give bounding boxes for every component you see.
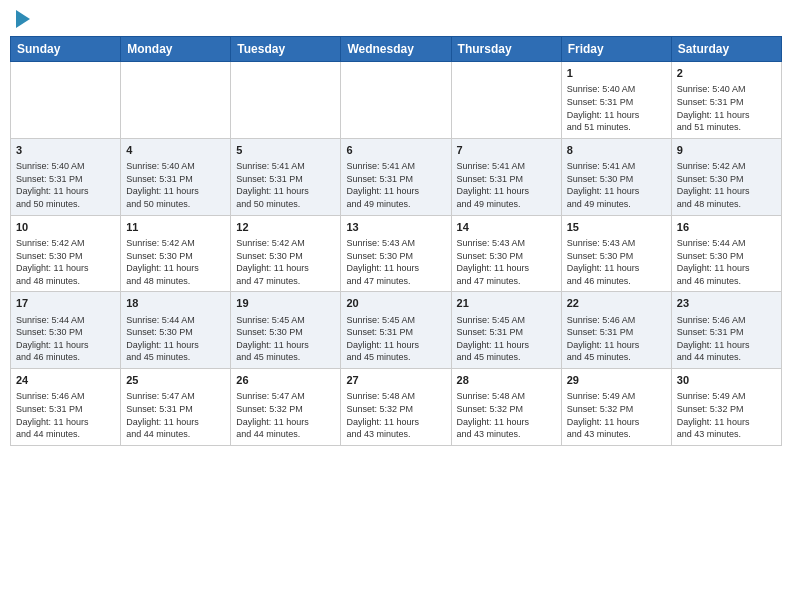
calendar-header-row: SundayMondayTuesdayWednesdayThursdayFrid…: [11, 37, 782, 62]
day-info: Sunrise: 5:41 AM Sunset: 5:31 PM Dayligh…: [457, 160, 556, 210]
calendar-day-header: Sunday: [11, 37, 121, 62]
day-info: Sunrise: 5:40 AM Sunset: 5:31 PM Dayligh…: [567, 83, 666, 133]
day-info: Sunrise: 5:43 AM Sunset: 5:30 PM Dayligh…: [567, 237, 666, 287]
day-info: Sunrise: 5:47 AM Sunset: 5:31 PM Dayligh…: [126, 390, 225, 440]
day-info: Sunrise: 5:41 AM Sunset: 5:31 PM Dayligh…: [236, 160, 335, 210]
calendar-day-header: Wednesday: [341, 37, 451, 62]
calendar-day-cell: 17Sunrise: 5:44 AM Sunset: 5:30 PM Dayli…: [11, 292, 121, 369]
day-info: Sunrise: 5:40 AM Sunset: 5:31 PM Dayligh…: [16, 160, 115, 210]
day-number: 8: [567, 143, 666, 158]
calendar-week-row: 10Sunrise: 5:42 AM Sunset: 5:30 PM Dayli…: [11, 215, 782, 292]
day-number: 6: [346, 143, 445, 158]
calendar-day-cell: 2Sunrise: 5:40 AM Sunset: 5:31 PM Daylig…: [671, 62, 781, 139]
day-info: Sunrise: 5:43 AM Sunset: 5:30 PM Dayligh…: [346, 237, 445, 287]
day-info: Sunrise: 5:49 AM Sunset: 5:32 PM Dayligh…: [567, 390, 666, 440]
day-number: 19: [236, 296, 335, 311]
day-number: 11: [126, 220, 225, 235]
day-number: 13: [346, 220, 445, 235]
day-info: Sunrise: 5:45 AM Sunset: 5:30 PM Dayligh…: [236, 314, 335, 364]
calendar-day-cell: 7Sunrise: 5:41 AM Sunset: 5:31 PM Daylig…: [451, 138, 561, 215]
calendar-week-row: 17Sunrise: 5:44 AM Sunset: 5:30 PM Dayli…: [11, 292, 782, 369]
day-number: 21: [457, 296, 556, 311]
day-number: 25: [126, 373, 225, 388]
day-info: Sunrise: 5:48 AM Sunset: 5:32 PM Dayligh…: [346, 390, 445, 440]
day-number: 14: [457, 220, 556, 235]
logo-arrow-icon: [16, 10, 30, 28]
day-number: 15: [567, 220, 666, 235]
day-number: 16: [677, 220, 776, 235]
calendar-day-cell: 4Sunrise: 5:40 AM Sunset: 5:31 PM Daylig…: [121, 138, 231, 215]
calendar-day-cell: 20Sunrise: 5:45 AM Sunset: 5:31 PM Dayli…: [341, 292, 451, 369]
calendar-week-row: 1Sunrise: 5:40 AM Sunset: 5:31 PM Daylig…: [11, 62, 782, 139]
calendar-day-cell: 21Sunrise: 5:45 AM Sunset: 5:31 PM Dayli…: [451, 292, 561, 369]
calendar-day-header: Tuesday: [231, 37, 341, 62]
calendar-day-cell: 13Sunrise: 5:43 AM Sunset: 5:30 PM Dayli…: [341, 215, 451, 292]
day-number: 28: [457, 373, 556, 388]
calendar-day-cell: [451, 62, 561, 139]
day-info: Sunrise: 5:45 AM Sunset: 5:31 PM Dayligh…: [457, 314, 556, 364]
day-info: Sunrise: 5:40 AM Sunset: 5:31 PM Dayligh…: [126, 160, 225, 210]
day-number: 5: [236, 143, 335, 158]
day-number: 27: [346, 373, 445, 388]
calendar-day-cell: 3Sunrise: 5:40 AM Sunset: 5:31 PM Daylig…: [11, 138, 121, 215]
calendar-day-header: Friday: [561, 37, 671, 62]
day-number: 1: [567, 66, 666, 81]
calendar-day-cell: 27Sunrise: 5:48 AM Sunset: 5:32 PM Dayli…: [341, 369, 451, 446]
day-info: Sunrise: 5:42 AM Sunset: 5:30 PM Dayligh…: [236, 237, 335, 287]
calendar-day-cell: [341, 62, 451, 139]
calendar-day-header: Monday: [121, 37, 231, 62]
day-info: Sunrise: 5:44 AM Sunset: 5:30 PM Dayligh…: [126, 314, 225, 364]
calendar-table: SundayMondayTuesdayWednesdayThursdayFrid…: [10, 36, 782, 446]
day-info: Sunrise: 5:40 AM Sunset: 5:31 PM Dayligh…: [677, 83, 776, 133]
calendar-day-cell: 1Sunrise: 5:40 AM Sunset: 5:31 PM Daylig…: [561, 62, 671, 139]
day-info: Sunrise: 5:42 AM Sunset: 5:30 PM Dayligh…: [16, 237, 115, 287]
day-number: 26: [236, 373, 335, 388]
day-info: Sunrise: 5:45 AM Sunset: 5:31 PM Dayligh…: [346, 314, 445, 364]
day-info: Sunrise: 5:42 AM Sunset: 5:30 PM Dayligh…: [126, 237, 225, 287]
day-info: Sunrise: 5:42 AM Sunset: 5:30 PM Dayligh…: [677, 160, 776, 210]
day-info: Sunrise: 5:46 AM Sunset: 5:31 PM Dayligh…: [677, 314, 776, 364]
calendar-day-cell: 22Sunrise: 5:46 AM Sunset: 5:31 PM Dayli…: [561, 292, 671, 369]
day-number: 7: [457, 143, 556, 158]
calendar-day-cell: 11Sunrise: 5:42 AM Sunset: 5:30 PM Dayli…: [121, 215, 231, 292]
calendar-day-cell: 5Sunrise: 5:41 AM Sunset: 5:31 PM Daylig…: [231, 138, 341, 215]
calendar-day-header: Thursday: [451, 37, 561, 62]
day-number: 30: [677, 373, 776, 388]
day-info: Sunrise: 5:48 AM Sunset: 5:32 PM Dayligh…: [457, 390, 556, 440]
calendar-day-cell: 18Sunrise: 5:44 AM Sunset: 5:30 PM Dayli…: [121, 292, 231, 369]
calendar-day-cell: [231, 62, 341, 139]
calendar-week-row: 3Sunrise: 5:40 AM Sunset: 5:31 PM Daylig…: [11, 138, 782, 215]
day-info: Sunrise: 5:41 AM Sunset: 5:31 PM Dayligh…: [346, 160, 445, 210]
day-number: 3: [16, 143, 115, 158]
day-number: 22: [567, 296, 666, 311]
calendar-day-cell: 19Sunrise: 5:45 AM Sunset: 5:30 PM Dayli…: [231, 292, 341, 369]
calendar-day-cell: 25Sunrise: 5:47 AM Sunset: 5:31 PM Dayli…: [121, 369, 231, 446]
calendar-day-cell: 30Sunrise: 5:49 AM Sunset: 5:32 PM Dayli…: [671, 369, 781, 446]
calendar-day-cell: 8Sunrise: 5:41 AM Sunset: 5:30 PM Daylig…: [561, 138, 671, 215]
calendar-day-header: Saturday: [671, 37, 781, 62]
day-number: 20: [346, 296, 445, 311]
day-number: 2: [677, 66, 776, 81]
day-number: 17: [16, 296, 115, 311]
page-header: [10, 10, 782, 28]
calendar-day-cell: 12Sunrise: 5:42 AM Sunset: 5:30 PM Dayli…: [231, 215, 341, 292]
day-number: 24: [16, 373, 115, 388]
calendar-week-row: 24Sunrise: 5:46 AM Sunset: 5:31 PM Dayli…: [11, 369, 782, 446]
calendar-day-cell: 16Sunrise: 5:44 AM Sunset: 5:30 PM Dayli…: [671, 215, 781, 292]
day-number: 10: [16, 220, 115, 235]
calendar-day-cell: 26Sunrise: 5:47 AM Sunset: 5:32 PM Dayli…: [231, 369, 341, 446]
day-info: Sunrise: 5:46 AM Sunset: 5:31 PM Dayligh…: [16, 390, 115, 440]
calendar-day-cell: 24Sunrise: 5:46 AM Sunset: 5:31 PM Dayli…: [11, 369, 121, 446]
day-number: 12: [236, 220, 335, 235]
day-info: Sunrise: 5:41 AM Sunset: 5:30 PM Dayligh…: [567, 160, 666, 210]
calendar-day-cell: 15Sunrise: 5:43 AM Sunset: 5:30 PM Dayli…: [561, 215, 671, 292]
day-number: 23: [677, 296, 776, 311]
logo: [14, 10, 30, 28]
calendar-day-cell: 14Sunrise: 5:43 AM Sunset: 5:30 PM Dayli…: [451, 215, 561, 292]
day-number: 18: [126, 296, 225, 311]
calendar-day-cell: 28Sunrise: 5:48 AM Sunset: 5:32 PM Dayli…: [451, 369, 561, 446]
day-info: Sunrise: 5:44 AM Sunset: 5:30 PM Dayligh…: [677, 237, 776, 287]
calendar-day-cell: 23Sunrise: 5:46 AM Sunset: 5:31 PM Dayli…: [671, 292, 781, 369]
day-info: Sunrise: 5:44 AM Sunset: 5:30 PM Dayligh…: [16, 314, 115, 364]
day-number: 4: [126, 143, 225, 158]
